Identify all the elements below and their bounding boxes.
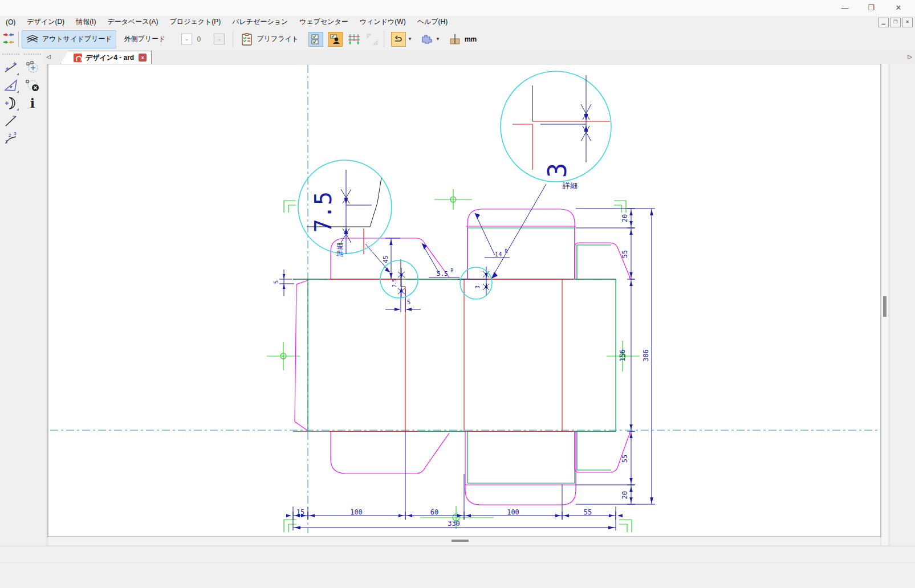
menu-item-0[interactable]: (O)	[0, 17, 21, 27]
select-area-tool[interactable]	[2, 77, 20, 94]
ruler-pin-icon	[448, 32, 462, 46]
combo-check-icon[interactable]: ⌄	[181, 34, 192, 44]
dimension-label: 14	[494, 251, 502, 258]
direction-tool-button[interactable]: ▼	[387, 30, 416, 48]
menu-bar: (O)デザイン(D)情報(I)データベース(A)プロジェクト(P)パレチゼーショ…	[0, 16, 915, 28]
outside-bleed-label: アウトサイドブリード	[42, 34, 112, 44]
dimension-label: 20	[621, 491, 629, 499]
contour-shape-icon	[420, 32, 434, 46]
menu-item-4[interactable]: プロジェクト(P)	[164, 16, 227, 28]
mdi-window-controls: ▁ ❐ ✕	[877, 18, 913, 27]
tab-title: デザイン4 - ard	[86, 53, 134, 63]
dimension-label: 5.5	[437, 270, 448, 277]
checklist-icon[interactable]	[308, 32, 323, 47]
direction-arrow-icon	[391, 32, 406, 47]
palette-column-2: i	[22, 54, 43, 112]
outer-bleed-label: 外側ブリード	[124, 34, 166, 44]
bleed-value-combo[interactable]: ⌄ 0 ⌄	[181, 34, 225, 44]
toolbar-separator	[233, 31, 233, 47]
flyout-indicator	[17, 108, 19, 111]
dimension-label: 5	[407, 299, 411, 306]
arrange-arrows-icon[interactable]	[2, 32, 15, 46]
fit-arrows-icon	[365, 32, 379, 46]
combo-dropdown-icon[interactable]: ⌄	[214, 34, 225, 44]
toolbar-separator	[18, 31, 19, 47]
arc-tool[interactable]	[2, 95, 20, 112]
dropdown-caret-icon[interactable]: ▼	[408, 36, 412, 42]
dimension-label: 60	[430, 508, 438, 516]
menu-item-2[interactable]: 情報(I)	[70, 16, 101, 28]
tab-close-button[interactable]: x	[139, 54, 147, 62]
detail-circle-add-tool[interactable]	[23, 59, 42, 76]
preflight-button[interactable]: プリフライト	[236, 30, 303, 48]
dimension-label: 55	[621, 250, 629, 258]
dimension-label: 3	[543, 163, 572, 178]
tab-design4[interactable]: デザイン4 - ard x	[60, 51, 152, 64]
contour-tool-button[interactable]: ▼	[416, 30, 444, 48]
dimension-label: 7.5	[310, 191, 336, 232]
tool-palette: 1 2 3 i	[0, 50, 43, 546]
dimension-label: 306	[642, 349, 650, 362]
units-tool-button[interactable]: mm	[444, 30, 481, 48]
sequence-tool[interactable]: 1 2 3	[2, 130, 20, 147]
mdi-restore-button[interactable]: ❐	[890, 18, 901, 27]
svg-text:i: i	[30, 96, 35, 111]
dimension-label: 詳細	[562, 181, 578, 190]
dimension-label: 156	[619, 349, 627, 362]
line-tool[interactable]	[2, 112, 20, 129]
drawing-canvas-zone[interactable]: 1510060100553302055156552030654555.5R14R…	[43, 64, 915, 546]
mdi-close-button[interactable]: ✕	[902, 18, 913, 27]
dimension-label: 3	[474, 285, 481, 289]
dimension-label: 7.5	[392, 279, 397, 288]
palette-column-1: 1 2 3	[1, 54, 21, 148]
dimension-label: 45	[382, 255, 389, 263]
outside-bleed-button[interactable]: アウトサイドブリード	[22, 30, 116, 48]
toolbar-separator	[384, 31, 384, 47]
main-toolbar: アウトサイドブリード 外側ブリード ⌄ 0 ⌄ プリフライト	[0, 28, 915, 51]
dimension-label: 5	[273, 280, 280, 284]
info-tool[interactable]: i	[23, 95, 42, 112]
bleed-value[interactable]: 0	[192, 35, 214, 43]
menu-item-3[interactable]: データベース(A)	[101, 16, 164, 28]
dimension-label: 330	[448, 520, 460, 528]
vertical-scrollbar-thumb[interactable]	[883, 296, 886, 317]
window-close-button[interactable]: ✕	[890, 2, 907, 14]
status-divider	[0, 562, 915, 563]
palette-grip[interactable]	[2, 54, 19, 58]
preflight-clipboard-icon	[240, 32, 254, 46]
menu-item-6[interactable]: ウェブセンター	[294, 16, 354, 28]
dimension-label: 詳細	[336, 243, 344, 256]
adjust-line-tool[interactable]	[2, 59, 20, 76]
dieline-drawing[interactable]: 1510060100553302055156552030654555.5R14R…	[43, 64, 915, 546]
units-label: mm	[465, 35, 477, 43]
dimension-label: R	[451, 268, 454, 273]
dimension-label: 20	[621, 214, 629, 222]
flyout-indicator	[17, 73, 19, 75]
tab-scroll-right-icon[interactable]: ▷	[906, 52, 914, 62]
dimension-label: 100	[350, 508, 363, 516]
menu-item-8[interactable]: ヘルプ(H)	[412, 16, 454, 28]
document-tab-bar: ◁ デザイン4 - ard x ▷	[43, 50, 915, 64]
dimension-label: 15	[296, 508, 304, 516]
document-icon	[74, 54, 82, 62]
menu-item-7[interactable]: ウィンドウ(W)	[354, 16, 412, 28]
mdi-minimize-button[interactable]: ▁	[878, 18, 889, 27]
checklist-user-icon[interactable]	[328, 32, 343, 47]
tab-scroll-left-icon[interactable]: ◁	[44, 52, 52, 62]
detail-circle-delete-tool[interactable]	[23, 77, 42, 94]
layers-icon	[26, 32, 39, 46]
window-minimize-button[interactable]: —	[836, 2, 853, 14]
preflight-label: プリフライト	[257, 34, 299, 44]
menu-item-1[interactable]: デザイン(D)	[21, 16, 70, 28]
status-bar	[0, 546, 915, 588]
flyout-indicator	[17, 91, 19, 93]
window-restore-button[interactable]: ❐	[863, 2, 880, 14]
horizontal-scrollbar-thumb[interactable]	[452, 540, 469, 542]
palette-grip[interactable]	[24, 54, 41, 58]
layout-grid-icon[interactable]	[347, 32, 361, 46]
dropdown-caret-icon[interactable]: ▼	[436, 36, 440, 42]
dimension-label: 55	[584, 508, 592, 516]
svg-text:1: 1	[5, 139, 8, 144]
svg-text:2: 2	[9, 133, 11, 138]
menu-item-5[interactable]: パレチゼーション	[226, 16, 294, 28]
